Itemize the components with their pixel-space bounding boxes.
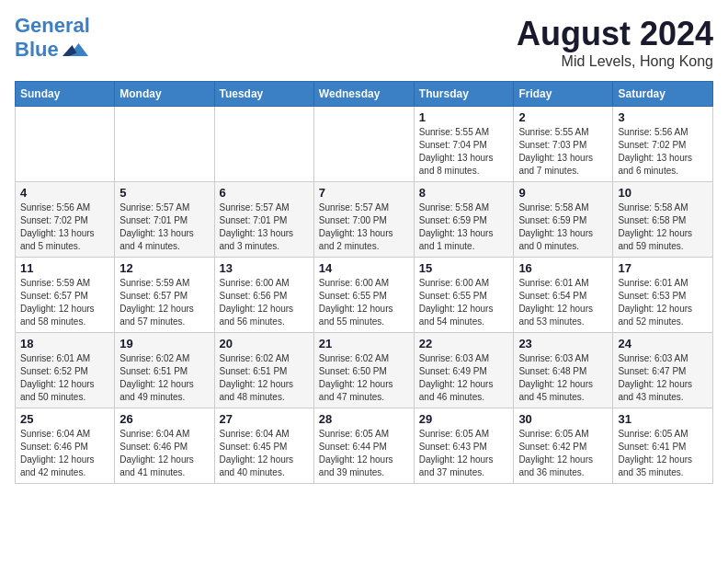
day-number: 13 [220,261,309,275]
calendar-cell: 4Sunrise: 5:56 AM Sunset: 7:02 PM Daylig… [16,182,115,258]
calendar-cell: 1Sunrise: 5:55 AM Sunset: 7:04 PM Daylig… [414,107,514,182]
logo: General Blue [15,15,90,63]
day-number: 16 [518,261,608,275]
day-number: 2 [518,110,608,124]
calendar-cell: 5Sunrise: 5:57 AM Sunset: 7:01 PM Daylig… [115,182,214,258]
calendar-cell: 20Sunrise: 6:02 AM Sunset: 6:51 PM Dayli… [214,333,313,408]
column-header-friday: Friday [514,82,613,107]
calendar-cell: 27Sunrise: 6:04 AM Sunset: 6:45 PM Dayli… [214,408,313,484]
day-info: Sunrise: 5:56 AM Sunset: 7:02 PM Dayligh… [20,201,109,253]
day-number: 30 [518,412,608,426]
day-info: Sunrise: 6:01 AM Sunset: 6:54 PM Dayligh… [518,277,608,328]
day-number: 19 [119,337,209,350]
day-number: 9 [518,186,608,200]
day-number: 25 [20,412,109,426]
calendar-header-row: SundayMondayTuesdayWednesdayThursdayFrid… [16,82,713,107]
day-number: 18 [20,337,109,350]
day-info: Sunrise: 6:05 AM Sunset: 6:42 PM Dayligh… [518,428,608,479]
day-info: Sunrise: 6:04 AM Sunset: 6:46 PM Dayligh… [20,428,109,479]
calendar-cell: 13Sunrise: 6:00 AM Sunset: 6:56 PM Dayli… [214,258,313,333]
day-info: Sunrise: 6:00 AM Sunset: 6:56 PM Dayligh… [220,277,309,328]
page-subtitle: Mid Levels, Hong Kong [517,53,713,70]
column-header-wednesday: Wednesday [313,82,414,107]
day-number: 12 [119,261,209,275]
calendar-cell: 29Sunrise: 6:05 AM Sunset: 6:43 PM Dayli… [414,408,514,484]
calendar-cell: 12Sunrise: 5:59 AM Sunset: 6:57 PM Dayli… [115,258,214,333]
day-info: Sunrise: 6:00 AM Sunset: 6:55 PM Dayligh… [319,277,409,328]
day-number: 28 [319,412,409,426]
day-number: 3 [618,110,708,124]
column-header-sunday: Sunday [16,82,115,107]
day-number: 5 [119,186,209,200]
day-number: 20 [220,337,309,350]
logo-icon [63,37,88,63]
day-number: 7 [319,186,409,200]
calendar-week-row: 4Sunrise: 5:56 AM Sunset: 7:02 PM Daylig… [16,182,713,258]
calendar-cell: 17Sunrise: 6:01 AM Sunset: 6:53 PM Dayli… [613,258,713,333]
day-info: Sunrise: 6:00 AM Sunset: 6:55 PM Dayligh… [419,277,509,328]
day-number: 1 [419,110,509,124]
day-info: Sunrise: 6:05 AM Sunset: 6:43 PM Dayligh… [419,428,509,479]
calendar-cell: 28Sunrise: 6:05 AM Sunset: 6:44 PM Dayli… [313,408,414,484]
day-info: Sunrise: 6:05 AM Sunset: 6:44 PM Dayligh… [319,428,409,479]
calendar-table: SundayMondayTuesdayWednesdayThursdayFrid… [15,81,713,484]
column-header-saturday: Saturday [613,82,713,107]
calendar-cell: 14Sunrise: 6:00 AM Sunset: 6:55 PM Dayli… [313,258,414,333]
calendar-cell: 3Sunrise: 5:56 AM Sunset: 7:02 PM Daylig… [613,107,713,182]
calendar-cell: 30Sunrise: 6:05 AM Sunset: 6:42 PM Dayli… [514,408,613,484]
calendar-cell: 10Sunrise: 5:58 AM Sunset: 6:58 PM Dayli… [613,182,713,258]
page-header: General Blue August 2024 Mid Levels, Hon… [15,15,713,70]
calendar-week-row: 1Sunrise: 5:55 AM Sunset: 7:04 PM Daylig… [16,107,713,182]
day-info: Sunrise: 6:03 AM Sunset: 6:48 PM Dayligh… [518,352,608,404]
day-info: Sunrise: 6:02 AM Sunset: 6:51 PM Dayligh… [119,352,209,404]
day-info: Sunrise: 6:04 AM Sunset: 6:45 PM Dayligh… [220,428,309,479]
column-header-tuesday: Tuesday [214,82,313,107]
calendar-cell: 6Sunrise: 5:57 AM Sunset: 7:01 PM Daylig… [214,182,313,258]
day-number: 31 [618,412,708,426]
day-number: 26 [119,412,209,426]
day-number: 27 [220,412,309,426]
day-info: Sunrise: 5:55 AM Sunset: 7:03 PM Dayligh… [518,126,608,178]
day-info: Sunrise: 6:01 AM Sunset: 6:52 PM Dayligh… [20,352,109,404]
day-number: 15 [419,261,509,275]
day-number: 6 [220,186,309,200]
day-number: 14 [319,261,409,275]
day-number: 29 [419,412,509,426]
day-number: 23 [518,337,608,350]
column-header-monday: Monday [115,82,214,107]
calendar-cell: 7Sunrise: 5:57 AM Sunset: 7:00 PM Daylig… [313,182,414,258]
calendar-cell [115,107,214,182]
day-info: Sunrise: 5:58 AM Sunset: 6:58 PM Dayligh… [618,201,708,253]
calendar-cell [214,107,313,182]
calendar-cell: 26Sunrise: 6:04 AM Sunset: 6:46 PM Dayli… [115,408,214,484]
day-number: 22 [419,337,509,350]
title-block: August 2024 Mid Levels, Hong Kong [517,15,713,70]
day-info: Sunrise: 5:57 AM Sunset: 7:01 PM Dayligh… [220,201,309,253]
calendar-cell: 31Sunrise: 6:05 AM Sunset: 6:41 PM Dayli… [613,408,713,484]
column-header-thursday: Thursday [414,82,514,107]
day-info: Sunrise: 6:03 AM Sunset: 6:49 PM Dayligh… [419,352,509,404]
day-number: 8 [419,186,509,200]
calendar-cell: 23Sunrise: 6:03 AM Sunset: 6:48 PM Dayli… [514,333,613,408]
page-title: August 2024 [517,15,713,53]
calendar-cell: 2Sunrise: 5:55 AM Sunset: 7:03 PM Daylig… [514,107,613,182]
day-number: 11 [20,261,109,275]
day-info: Sunrise: 6:01 AM Sunset: 6:53 PM Dayligh… [618,277,708,328]
day-number: 21 [319,337,409,350]
calendar-cell [313,107,414,182]
calendar-cell: 18Sunrise: 6:01 AM Sunset: 6:52 PM Dayli… [16,333,115,408]
day-number: 24 [618,337,708,350]
day-info: Sunrise: 6:04 AM Sunset: 6:46 PM Dayligh… [119,428,209,479]
calendar-cell: 11Sunrise: 5:59 AM Sunset: 6:57 PM Dayli… [16,258,115,333]
calendar-cell: 22Sunrise: 6:03 AM Sunset: 6:49 PM Dayli… [414,333,514,408]
calendar-cell: 15Sunrise: 6:00 AM Sunset: 6:55 PM Dayli… [414,258,514,333]
day-info: Sunrise: 5:58 AM Sunset: 6:59 PM Dayligh… [518,201,608,253]
day-info: Sunrise: 6:02 AM Sunset: 6:50 PM Dayligh… [319,352,409,404]
day-info: Sunrise: 5:57 AM Sunset: 7:01 PM Dayligh… [119,201,209,253]
calendar-cell: 21Sunrise: 6:02 AM Sunset: 6:50 PM Dayli… [313,333,414,408]
day-number: 10 [618,186,708,200]
day-info: Sunrise: 5:55 AM Sunset: 7:04 PM Dayligh… [419,126,509,178]
day-info: Sunrise: 5:56 AM Sunset: 7:02 PM Dayligh… [618,126,708,178]
day-info: Sunrise: 6:05 AM Sunset: 6:41 PM Dayligh… [618,428,708,479]
day-number: 17 [618,261,708,275]
